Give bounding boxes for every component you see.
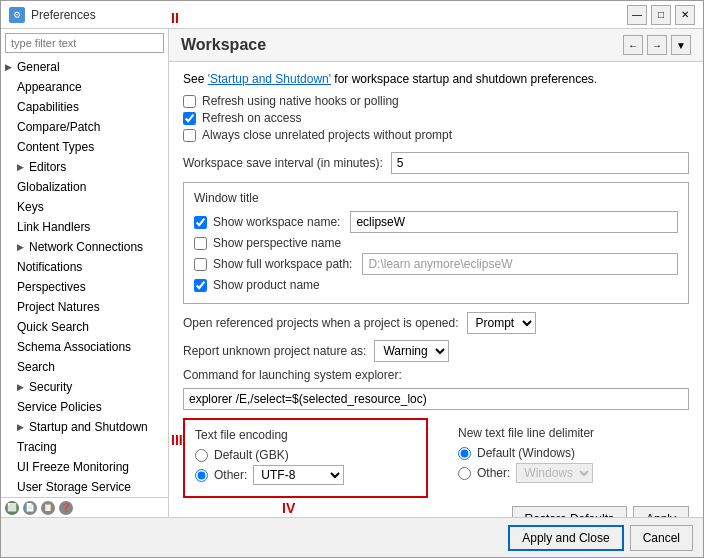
delimiter-other-select[interactable]: Windows Unix Mac	[516, 463, 593, 483]
report-unknown-dropdown[interactable]: Warning Error Ignore	[374, 340, 449, 362]
back-button[interactable]: ←	[623, 35, 643, 55]
preferences-window: ⚙ Preferences — □ ✕ ▶ General Appearance…	[0, 0, 704, 558]
close-unrelated-row: Always close unrelated projects without …	[183, 128, 689, 142]
sidebar-item-general[interactable]: ▶ General	[1, 57, 168, 77]
save-interval-row: Workspace save interval (in minutes):	[183, 152, 689, 174]
main-panel: Workspace ← → ▼ See 'Startup and Shutdow…	[169, 29, 703, 517]
delimiter-other-radio[interactable]	[458, 467, 471, 480]
workspace-name-input[interactable]	[350, 211, 678, 233]
delimiter-default-label: Default (Windows)	[477, 446, 575, 460]
refresh-access-checkbox[interactable]	[183, 112, 196, 125]
encoding-default-radio[interactable]	[195, 449, 208, 462]
sidebar-icon-2[interactable]: 📄	[23, 501, 37, 515]
full-path-input[interactable]	[362, 253, 678, 275]
sidebar-item-notifications[interactable]: Notifications	[13, 257, 168, 277]
restore-apply-row: Restore Defaults Apply	[183, 506, 689, 517]
sidebar-item-service-policies[interactable]: Service Policies	[13, 397, 168, 417]
sidebar-item-content-types[interactable]: Content Types	[13, 137, 168, 157]
delimiter-section: New text file line delimiter Default (Wi…	[448, 418, 689, 498]
show-product-name-row: Show product name	[194, 278, 678, 292]
refresh-native-row: Refresh using native hooks or polling	[183, 94, 689, 108]
sidebar: ▶ General Appearance Capabilities Compar…	[1, 29, 169, 517]
command-label: Command for launching system explorer:	[183, 368, 402, 382]
open-referenced-row: Open referenced projects when a project …	[183, 312, 689, 334]
open-referenced-label: Open referenced projects when a project …	[183, 316, 459, 330]
sidebar-item-perspectives[interactable]: Perspectives	[13, 277, 168, 297]
show-full-path-checkbox[interactable]	[194, 258, 207, 271]
sidebar-icon-1[interactable]: ⬜	[5, 501, 19, 515]
encoding-default-row: Default (GBK)	[195, 448, 416, 462]
sidebar-item-quick-search[interactable]: Quick Search	[13, 317, 168, 337]
close-button[interactable]: ✕	[675, 5, 695, 25]
encoding-default-label: Default (GBK)	[214, 448, 289, 462]
save-interval-input[interactable]	[391, 152, 689, 174]
sidebar-item-appearance[interactable]: Appearance	[13, 77, 168, 97]
sidebar-item-editors[interactable]: ▶ Editors	[13, 157, 168, 177]
sidebar-item-globalization[interactable]: Globalization	[13, 177, 168, 197]
refresh-access-label: Refresh on access	[202, 111, 301, 125]
title-bar: ⚙ Preferences — □ ✕	[1, 1, 703, 29]
refresh-native-label: Refresh using native hooks or polling	[202, 94, 399, 108]
sidebar-item-project-natures[interactable]: Project Natures	[13, 297, 168, 317]
window-icon: ⚙	[9, 7, 25, 23]
show-workspace-name-row: Show workspace name:	[194, 211, 678, 233]
minimize-button[interactable]: —	[627, 5, 647, 25]
window-controls: — □ ✕	[627, 5, 695, 25]
sidebar-item-keys[interactable]: Keys	[13, 197, 168, 217]
window-title-group: Window title Show workspace name: Show p…	[183, 182, 689, 304]
show-perspective-name-checkbox[interactable]	[194, 237, 207, 250]
encoding-other-select[interactable]: UTF-8 UTF-16 ISO-8859-1 GBK	[253, 465, 344, 485]
network-arrow: ▶	[17, 238, 27, 256]
delimiter-default-radio[interactable]	[458, 447, 471, 460]
show-workspace-name-checkbox[interactable]	[194, 216, 207, 229]
filter-input[interactable]	[5, 33, 164, 53]
save-interval-label: Workspace save interval (in minutes):	[183, 156, 383, 170]
show-product-name-checkbox[interactable]	[194, 279, 207, 292]
delimiter-other-row: Other: Windows Unix Mac	[458, 463, 679, 483]
restore-defaults-button[interactable]: Restore Defaults	[512, 506, 627, 517]
encoding-title: Text file encoding	[195, 428, 416, 442]
sidebar-item-tracing[interactable]: Tracing	[13, 437, 168, 457]
startup-link[interactable]: 'Startup and Shutdown'	[208, 72, 331, 86]
sidebar-icon-4[interactable]: ❓	[59, 501, 73, 515]
forward-button[interactable]: →	[647, 35, 667, 55]
sidebar-item-ui-freeze[interactable]: UI Freeze Monitoring	[13, 457, 168, 477]
page-title: Workspace	[181, 36, 266, 54]
apply-button[interactable]: Apply	[633, 506, 689, 517]
dialog-footer: Apply and Close Cancel	[1, 517, 703, 557]
general-children: Appearance Capabilities Compare/Patch Co…	[1, 77, 168, 497]
cancel-button[interactable]: Cancel	[630, 525, 693, 551]
open-referenced-dropdown[interactable]: Prompt Always Never	[467, 312, 536, 334]
sidebar-item-compare-patch[interactable]: Compare/Patch	[13, 117, 168, 137]
main-body: See 'Startup and Shutdown' for workspace…	[169, 62, 703, 517]
maximize-button[interactable]: □	[651, 5, 671, 25]
general-arrow: ▶	[5, 58, 15, 76]
show-workspace-name-label: Show workspace name:	[213, 215, 340, 229]
command-input[interactable]	[183, 388, 689, 410]
sidebar-item-startup-shutdown[interactable]: ▶ Startup and Shutdown	[13, 417, 168, 437]
intro-section: See 'Startup and Shutdown' for workspace…	[183, 72, 689, 86]
editors-arrow: ▶	[17, 158, 27, 176]
sidebar-item-search[interactable]: Search	[13, 357, 168, 377]
sidebar-icon-3[interactable]: 📋	[41, 501, 55, 515]
sidebar-item-capabilities[interactable]: Capabilities	[13, 97, 168, 117]
refresh-native-checkbox[interactable]	[183, 95, 196, 108]
window-title: Preferences	[31, 8, 96, 22]
window-title-group-label: Window title	[194, 191, 678, 205]
apply-and-close-button[interactable]: Apply and Close	[508, 525, 623, 551]
encoding-other-radio[interactable]	[195, 469, 208, 482]
refresh-section: Refresh using native hooks or polling Re…	[183, 94, 689, 142]
report-unknown-row: Report unknown project nature as: Warnin…	[183, 340, 689, 362]
sidebar-item-network-connections[interactable]: ▶ Network Connections	[13, 237, 168, 257]
close-unrelated-label: Always close unrelated projects without …	[202, 128, 452, 142]
report-unknown-label: Report unknown project nature as:	[183, 344, 366, 358]
show-full-path-label: Show full workspace path:	[213, 257, 352, 271]
close-unrelated-checkbox[interactable]	[183, 129, 196, 142]
sidebar-item-link-handlers[interactable]: Link Handlers	[13, 217, 168, 237]
sidebar-item-user-storage[interactable]: User Storage Service	[13, 477, 168, 497]
sidebar-item-security[interactable]: ▶ Security	[13, 377, 168, 397]
encoding-other-label: Other:	[214, 468, 247, 482]
menu-button[interactable]: ▼	[671, 35, 691, 55]
intro-text: See	[183, 72, 208, 86]
sidebar-item-schema-associations[interactable]: Schema Associations	[13, 337, 168, 357]
